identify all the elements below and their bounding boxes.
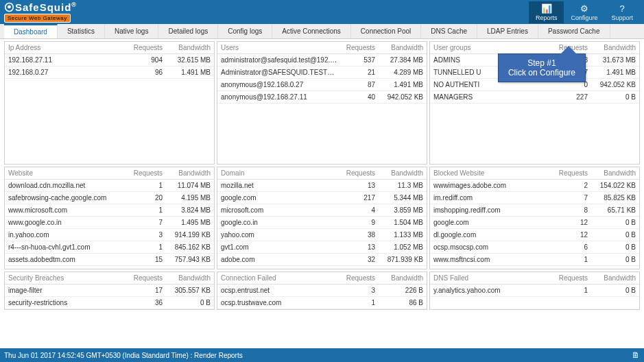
table-row[interactable]: in.yahoo.com3914.199 KB [5,229,214,241]
table-row[interactable]: yahoo.com381.133 MB [217,229,427,241]
table-row[interactable]: 192.168.0.27961.491 MB [5,67,214,79]
tab-ldap-entries[interactable]: LDAP Entries [477,24,538,38]
cell-requests: 1 [125,182,163,189]
cell-requests: 9 [337,219,375,226]
table-row[interactable]: ocsp.msocsp.com60 B [430,241,639,254]
cell-requests: 1 [550,287,588,294]
cell-name: ocsp.msocsp.com [433,243,550,251]
table-row[interactable]: anonymous@192.168.27.1140942.052 KB [217,91,427,104]
table-row[interactable]: administrator@safesquid.test@192.168.27.… [217,54,427,67]
cell-name: www.microsoft.com [8,206,125,214]
tab-dashboard[interactable]: Dashboard [4,24,58,38]
topnav-label: Reports [536,14,558,21]
table-row[interactable]: www.google.co.in71.495 MB [5,217,214,229]
top-nav: 📊Reports⚙Configure?Support [529,1,640,23]
table-row[interactable]: client.dropbox.com80 B [430,266,639,269]
cell-name: wwwimages.adobe.com [433,182,550,189]
panel-title: Users [221,44,337,51]
table-row[interactable]: y.analytics.yahoo.com10 B [430,285,639,297]
col-bandwidth: Bandwidth [588,169,636,177]
cell-bandwidth: 4.289 MB [375,69,423,76]
cell-bandwidth: 27.384 MB [375,56,423,64]
table-row[interactable]: image-filter17305.557 KB [5,285,214,297]
cell-name: anonymous@192.168.0.27 [221,81,337,88]
table-row[interactable]: security-restrictions360 B [5,297,214,309]
cell-name: ocsp.trustwave.com [221,299,337,306]
brand-tagline: Secure Web Gateway [4,14,71,23]
col-requests: Requests [125,274,163,282]
cell-requests: 96 [125,69,163,76]
cell-bandwidth: 942.052 KB [375,93,423,101]
cell-name: gvt1.com [221,243,337,251]
tab-native-logs[interactable]: Native logs [105,24,158,38]
table-row[interactable]: Administrator@SAFESQUID.TEST@192.168.27.… [217,67,427,79]
cell-name: imshopping.rediff.com [433,206,550,214]
table-row[interactable]: google.co.in91.504 MB [217,217,427,229]
panel-title: Blocked Website [433,169,550,177]
table-row[interactable]: r4---sn-huoa-cvhl.gvt1.com1845.162 KB [5,241,214,254]
panel-title: Connection Failed [221,274,337,282]
table-row[interactable]: www.msftncsi.com10 B [430,254,639,266]
cell-requests: 40 [337,93,375,101]
table-row[interactable]: imshopping.rediff.com865.71 KB [430,204,639,217]
col-requests: Requests [125,169,163,177]
cell-name: yahoo.com [221,231,337,239]
topnav-support[interactable]: ?Support [604,1,640,23]
cell-bandwidth: 0 B [588,231,636,239]
tab-config-logs[interactable]: Config logs [218,24,272,38]
cell-requests: 6 [550,243,588,251]
status-bar: Thu Jun 01 2017 14:52:45 GMT+0530 (India… [0,348,644,362]
table-row[interactable]: 192.168.27.1190432.615 MB [5,54,214,67]
panel-title: Website [8,169,125,177]
panel-title: Ip Address [8,44,125,51]
cell-bandwidth: 942.052 KB [588,81,636,88]
panel-security: Security BreachesRequestsBandwidthimage-… [4,272,215,310]
tab-active-connections[interactable]: Active Connections [272,24,351,38]
table-row[interactable]: download.cdn.mozilla.net111.074 MB [5,180,214,192]
cell-name: mozilla.net [221,182,337,189]
top-bar: ⦿SafeSquid® Secure Web Gateway 📊Reports⚙… [0,0,644,24]
tab-statistics[interactable]: Statistics [58,24,105,38]
col-requests: Requests [337,44,375,51]
cell-requests: 12 [550,219,588,226]
table-row[interactable]: MANAGERS2270 B [430,91,639,104]
table-row[interactable]: google.com120 B [430,217,639,229]
cell-name: 192.168.0.27 [8,69,125,76]
table-row[interactable]: ocsp.trustwave.com186 B [217,297,427,309]
cell-requests: 1 [337,299,375,306]
cell-bandwidth: 757.943 KB [163,256,211,263]
tab-connection-pool[interactable]: Connection Pool [351,24,421,38]
cell-bandwidth: 86 B [375,299,423,306]
col-requests: Requests [337,274,375,282]
table-row[interactable]: mozilla.net1311.3 MB [217,180,427,192]
cell-bandwidth: 154.022 KB [588,182,636,189]
cell-requests: 1 [125,206,163,214]
tab-detailed-logs[interactable]: Detailed logs [158,24,218,38]
table-row[interactable]: google.com2175.344 MB [217,192,427,204]
table-row[interactable]: www.microsoft.com13.824 MB [5,204,214,217]
table-row[interactable]: dl.google.com120 B [430,229,639,241]
brand-logo: ⦿SafeSquid® Secure Web Gateway [4,1,77,23]
table-row[interactable]: im.rediff.com785.825 KB [430,192,639,204]
cell-bandwidth: 226 B [375,287,423,294]
table-row[interactable]: adobe.com32871.939 KB [217,254,427,266]
document-icon[interactable]: 🗎 [632,350,640,360]
panel-users: UsersRequestsBandwidthadministrator@safe… [217,41,427,165]
table-row[interactable]: anonymous@192.168.0.27871.491 MB [217,79,427,91]
table-row[interactable]: sftcdn.net11813.035 KB [217,266,427,269]
cell-requests: 8 [550,268,588,269]
cell-requests: 13 [337,182,375,189]
tab-dns-cache[interactable]: DNS Cache [421,24,477,38]
table-row[interactable]: assets.adobedtm.com15757.943 KB [5,254,214,266]
table-row[interactable]: microsoft.com43.859 MB [217,204,427,217]
topnav-reports[interactable]: 📊Reports [529,1,564,23]
table-row[interactable]: wwwimages.adobe.com2154.022 KB [430,180,639,192]
cell-bandwidth: 813.035 KB [375,268,423,269]
tab-password-cache[interactable]: Password Cache [538,24,610,38]
table-row[interactable]: ocsp.entrust.net3226 B [217,285,427,297]
table-row[interactable]: gvt1.com131.052 MB [217,241,427,254]
topnav-configure[interactable]: ⚙Configure [564,1,604,23]
cell-name: safebrowsing-cache.google.com [8,194,125,202]
col-bandwidth: Bandwidth [163,44,211,51]
table-row[interactable]: safebrowsing-cache.google.com204.195 MB [5,192,214,204]
